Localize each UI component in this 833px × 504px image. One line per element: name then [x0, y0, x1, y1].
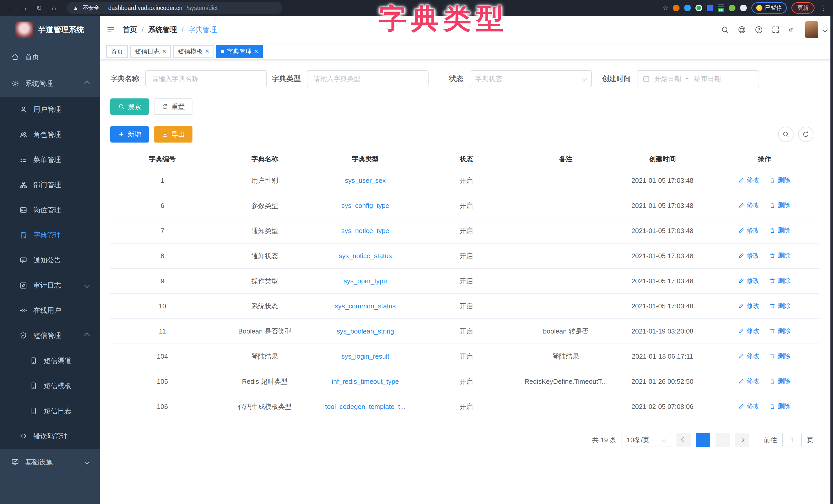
font-size-icon[interactable]: tT: [788, 25, 797, 34]
show-search-button[interactable]: [778, 127, 793, 142]
scrollbar[interactable]: [830, 16, 833, 504]
caret-down-icon[interactable]: [823, 27, 828, 32]
extension-icon[interactable]: [684, 5, 691, 11]
next-page-button[interactable]: [735, 433, 749, 447]
browser-update-button[interactable]: 更新: [791, 2, 814, 14]
page-number-button[interactable]: [715, 433, 730, 447]
dict-type-link[interactable]: inf_redis_timeout_type: [332, 378, 399, 385]
dict-name-input[interactable]: [145, 70, 267, 87]
bookmark-star-icon[interactable]: ☆: [662, 4, 668, 12]
tab-close-icon[interactable]: [162, 48, 166, 55]
extension-on-icon[interactable]: on: [718, 4, 724, 12]
sidebar-item[interactable]: 字典管理: [0, 223, 100, 248]
edit-link[interactable]: 修改: [738, 301, 759, 310]
page-size-select[interactable]: 10条/页: [622, 433, 671, 447]
sidebar-item[interactable]: 短信日志: [0, 398, 100, 424]
extension-icon[interactable]: [707, 5, 713, 11]
dict-type-link[interactable]: sys_notice_type: [341, 227, 389, 234]
github-icon[interactable]: [738, 25, 746, 34]
sidebar-item[interactable]: 首页: [0, 44, 100, 70]
fullscreen-icon[interactable]: [771, 25, 780, 34]
extension-icon[interactable]: [695, 5, 702, 11]
delete-link[interactable]: 删除: [769, 226, 790, 234]
view-tab[interactable]: 字典管理: [216, 45, 263, 58]
sidebar-item[interactable]: 基础设施: [0, 449, 100, 475]
edit-link[interactable]: 修改: [738, 327, 759, 335]
dict-type-link[interactable]: sys_user_sex: [345, 177, 386, 184]
prev-page-button[interactable]: [676, 433, 691, 447]
dict-type-link[interactable]: sys_notice_status: [339, 252, 392, 260]
dict-type-link[interactable]: sys_oper_type: [343, 277, 387, 285]
refresh-table-button[interactable]: [798, 127, 813, 142]
delete-link[interactable]: 删除: [769, 251, 790, 260]
breadcrumb-home[interactable]: 首页: [123, 25, 137, 34]
delete-link[interactable]: 删除: [769, 301, 790, 310]
dict-type-input[interactable]: [307, 70, 429, 87]
sidebar-item[interactable]: 系统管理: [0, 70, 100, 97]
sidebar-item[interactable]: 岗位管理: [0, 197, 100, 223]
sidebar-item[interactable]: 用户管理: [0, 97, 100, 122]
reset-button[interactable]: 重置: [154, 98, 192, 115]
forward-icon[interactable]: →: [20, 4, 28, 12]
dict-type-link[interactable]: sys_boolean_string: [337, 327, 394, 335]
extension-icon[interactable]: [729, 5, 736, 11]
add-button[interactable]: 新增: [110, 126, 149, 143]
sidebar-item[interactable]: 菜单管理: [0, 147, 100, 172]
status-select[interactable]: 字典状态: [470, 70, 592, 87]
date-range-picker[interactable]: 开始日期 ~ 结束日期: [637, 70, 759, 87]
sidebar-item[interactable]: 在线用户: [0, 298, 100, 323]
dict-type-link[interactable]: sys_config_type: [341, 202, 389, 209]
col-header-type: 字典类型: [315, 155, 416, 163]
extension-icon[interactable]: [673, 5, 680, 11]
browser-menu-icon[interactable]: ⋮: [819, 4, 828, 12]
page-number-button[interactable]: [696, 433, 710, 447]
back-icon[interactable]: ←: [5, 4, 13, 12]
export-button[interactable]: 导出: [154, 126, 192, 143]
delete-link[interactable]: 删除: [769, 176, 790, 184]
edit-link[interactable]: 修改: [738, 176, 759, 184]
tab-close-icon[interactable]: [254, 48, 258, 55]
sidebar-item[interactable]: 短信渠道: [0, 348, 100, 373]
delete-link[interactable]: 删除: [769, 201, 790, 209]
edit-link[interactable]: 修改: [738, 377, 759, 385]
edit-link[interactable]: 修改: [738, 276, 759, 285]
delete-link[interactable]: 删除: [769, 327, 790, 335]
dict-type-link[interactable]: tool_codegen_template_t...: [325, 403, 406, 410]
sidebar-item[interactable]: 审计日志: [0, 273, 100, 298]
delete-link[interactable]: 删除: [769, 276, 790, 285]
edit-link[interactable]: 修改: [738, 251, 759, 260]
search-icon[interactable]: [721, 25, 729, 34]
user-avatar[interactable]: [805, 21, 818, 38]
home-icon[interactable]: ⌂: [50, 4, 58, 12]
search-button[interactable]: 搜索: [110, 98, 149, 115]
dict-type-link[interactable]: sys_login_result: [341, 352, 389, 360]
view-tab[interactable]: 首页: [106, 45, 128, 58]
menu-icon: [20, 332, 27, 339]
breadcrumb-system[interactable]: 系统管理: [148, 25, 177, 34]
goto-page-input[interactable]: [782, 433, 802, 447]
view-tab[interactable]: 短信日志: [130, 45, 171, 58]
help-icon[interactable]: [755, 25, 763, 34]
edit-link[interactable]: 修改: [738, 201, 759, 209]
tab-close-icon[interactable]: [205, 48, 209, 55]
sidebar-item[interactable]: 角色管理: [0, 122, 100, 147]
delete-link[interactable]: 删除: [769, 377, 790, 385]
sidebar-item[interactable]: 通知公告: [0, 248, 100, 273]
sidebar-item[interactable]: 错误码管理: [0, 424, 100, 449]
address-bar[interactable]: ▲ 不安全 dashboard.yudao.iocoder.cn/system/…: [67, 2, 282, 14]
edit-link[interactable]: 修改: [738, 352, 759, 360]
edit-link[interactable]: 修改: [738, 226, 759, 234]
dict-type-link[interactable]: sys_common_status: [335, 302, 396, 310]
reload-icon[interactable]: ↻: [35, 4, 43, 12]
profile-paused-badge[interactable]: 已暂停: [752, 2, 787, 14]
delete-link[interactable]: 删除: [769, 352, 790, 360]
extensions-puzzle-icon[interactable]: [740, 5, 747, 11]
sidebar-item[interactable]: 短信模板: [0, 373, 100, 398]
sidebar-item[interactable]: 部门管理: [0, 172, 100, 197]
edit-link[interactable]: 修改: [738, 402, 759, 410]
view-tab[interactable]: 短信模板: [173, 45, 214, 58]
hamburger-icon[interactable]: [106, 25, 116, 34]
start-date-placeholder: 开始日期: [654, 74, 681, 83]
sidebar-item[interactable]: 短信管理: [0, 323, 100, 348]
delete-link[interactable]: 删除: [769, 402, 790, 410]
